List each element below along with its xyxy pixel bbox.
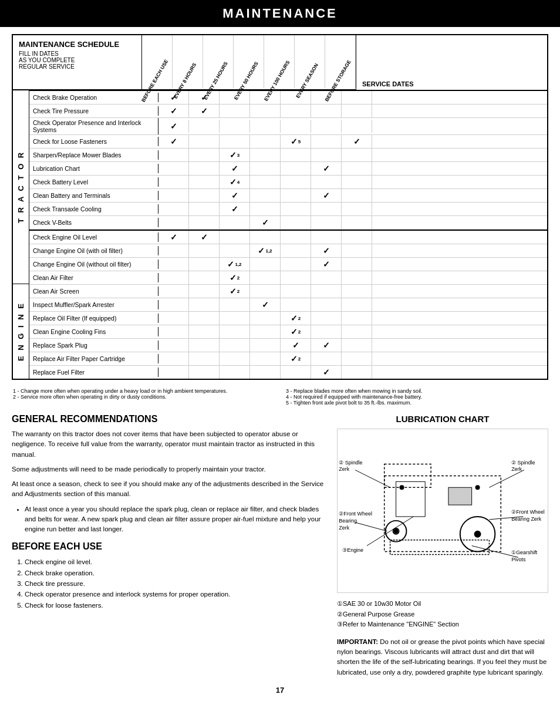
check-cell: ✓2 <box>220 271 250 284</box>
check-cells: ✓3 <box>158 149 372 161</box>
check-cell <box>158 149 189 161</box>
check-cell <box>189 149 220 161</box>
check-cell <box>342 91 372 104</box>
svg-text:Zerk: Zerk <box>339 525 349 531</box>
check-cell <box>220 339 250 352</box>
footnote-1: 1 - Change more often when operating und… <box>13 388 274 394</box>
check-cells: ✓2 <box>158 271 372 284</box>
check-cell <box>342 352 372 365</box>
schedule-main-title: MAINTENANCE SCHEDULE <box>19 40 136 49</box>
svg-text:② Spindle: ② Spindle <box>511 460 535 466</box>
list-item: Check for loose fasteners. <box>25 600 325 611</box>
svg-line-9 <box>355 470 390 488</box>
important-box: IMPORTANT: Do not oil or grease the pivo… <box>337 637 548 678</box>
check-cell <box>250 258 281 271</box>
svg-text:Zerk: Zerk <box>511 466 522 472</box>
check-cell <box>220 366 250 379</box>
check-cell <box>281 203 311 215</box>
svg-text:Pivots: Pivots <box>511 557 526 562</box>
check-cells <box>158 120 372 133</box>
svg-point-7 <box>394 529 399 534</box>
check-cell <box>342 105 372 117</box>
check-cell <box>220 135 250 148</box>
check-cell <box>311 285 342 298</box>
check-cell <box>189 216 220 229</box>
row-label: Check Operator Presence and Interlock Sy… <box>29 118 158 134</box>
check-cell <box>220 105 250 117</box>
check-cell <box>281 149 311 161</box>
check-cell <box>220 312 250 325</box>
svg-text:②Front Wheel: ②Front Wheel <box>511 509 545 515</box>
footnote-col-right: 3 - Replace blades more often when mowin… <box>286 388 547 406</box>
check-cell <box>250 149 281 161</box>
bullet-item: At least once a year you should replace … <box>25 504 325 535</box>
check-cell <box>311 176 342 188</box>
check-cell <box>250 352 281 365</box>
check-cell <box>189 339 220 352</box>
svg-text:Bearing Zerk: Bearing Zerk <box>511 516 542 522</box>
svg-line-15 <box>355 523 387 531</box>
check-cell <box>311 120 342 133</box>
check-cell <box>158 258 189 271</box>
check-cell: ✓3 <box>220 149 250 161</box>
check-cell <box>342 285 372 298</box>
check-cell: ✓2 <box>281 325 311 338</box>
row-label: Check Engine Oil Level <box>29 232 158 242</box>
check-cell <box>189 312 220 325</box>
check-cell <box>189 285 220 298</box>
table-row: Sharpen/Replace Mower Blades ✓3 <box>29 149 547 162</box>
check-cell <box>281 216 311 229</box>
check-cell <box>189 366 220 379</box>
check-cell <box>250 176 281 188</box>
check-cell <box>281 285 311 298</box>
row-label: Replace Fuel Filter <box>29 368 158 377</box>
check-cell <box>311 339 342 352</box>
check-cell <box>281 162 311 175</box>
check-cell <box>189 352 220 365</box>
svg-text:③Engine: ③Engine <box>342 547 363 553</box>
svg-line-12 <box>489 470 524 488</box>
check-cell: ✓1,2 <box>250 244 281 257</box>
table-row: Replace Fuel Filter <box>29 366 547 379</box>
check-cell <box>281 105 311 117</box>
check-cell <box>311 352 342 365</box>
check-cell <box>250 271 281 284</box>
check-cell <box>342 120 372 133</box>
check-cells: ✓2 <box>158 352 372 365</box>
svg-point-27 <box>400 485 404 490</box>
check-cell <box>281 258 311 271</box>
check-cells <box>158 366 372 379</box>
check-cell <box>342 149 372 161</box>
check-cell <box>158 216 189 229</box>
col-header-8h: EVERY 8 HOURS <box>173 35 203 88</box>
check-cell <box>342 339 372 352</box>
col-header-50h: EVERY 50 HOURS <box>234 35 264 88</box>
row-label: Clean Battery and Terminals <box>29 191 158 200</box>
general-rec-heading: GENERAL RECOMMENDATIONS <box>12 414 325 424</box>
check-cell <box>250 285 281 298</box>
check-cell <box>342 366 372 379</box>
check-cell <box>220 203 250 215</box>
general-rec-bullets: At least once a year you should replace … <box>25 504 325 535</box>
check-cell <box>220 120 250 133</box>
page-number: 17 <box>12 686 548 695</box>
check-cell: ✓2 <box>281 352 311 365</box>
schedule-header: MAINTENANCE SCHEDULE FILL IN DATES AS YO… <box>13 35 547 90</box>
check-cell <box>250 135 281 148</box>
general-rec-para-2: Some adjustments will need to be made pe… <box>12 464 325 474</box>
table-row: Check Tire Pressure <box>29 105 547 118</box>
check-cell <box>158 162 189 175</box>
check-cell <box>158 203 189 215</box>
svg-point-28 <box>475 485 480 490</box>
check-cell <box>189 244 220 257</box>
check-cell <box>220 216 250 229</box>
check-cell <box>189 325 220 338</box>
check-cell <box>189 120 220 133</box>
check-cell <box>281 231 311 244</box>
row-label: Change Engine Oil (without oil filter) <box>29 259 158 269</box>
main-content: MAINTENANCE SCHEDULE FILL IN DATES AS YO… <box>0 34 560 706</box>
check-cells <box>158 216 372 229</box>
general-rec-para-1: The warranty on this tractor does not co… <box>12 429 325 460</box>
check-cell <box>189 231 220 244</box>
check-cell <box>311 258 342 271</box>
